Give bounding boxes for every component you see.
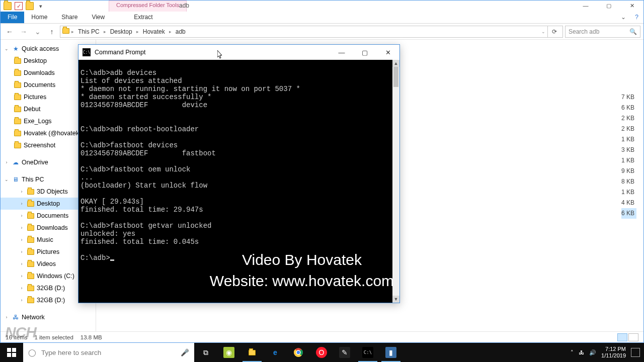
cmd-title-text: Command Prompt xyxy=(95,49,145,56)
qat-dropdown-icon[interactable]: ▾ xyxy=(37,2,45,10)
ribbon-collapse-icon[interactable]: ⌄ xyxy=(617,12,630,23)
taskbar-app-chrome[interactable] xyxy=(287,343,310,362)
qat-properties-icon[interactable]: ✓ xyxy=(15,2,23,10)
ribbon-extract[interactable]: Extract xyxy=(127,12,159,23)
breadcrumb-seg[interactable]: adb xyxy=(174,27,188,36)
tray-clock[interactable]: 7:12 PM 1/11/2019 xyxy=(601,346,626,359)
search-icon[interactable]: 🔍 xyxy=(629,28,637,35)
expand-icon[interactable]: › xyxy=(19,298,25,303)
folder-icon xyxy=(14,117,22,125)
close-button[interactable]: ✕ xyxy=(620,1,643,11)
file-size-cell[interactable]: 6 KB xyxy=(621,103,636,113)
breadcrumb-root-icon[interactable] xyxy=(62,28,69,35)
expand-icon[interactable]: › xyxy=(19,237,25,242)
qat-newfolder-icon[interactable] xyxy=(26,2,34,10)
sidebar-label: Network xyxy=(22,314,45,321)
folder-icon xyxy=(27,248,35,256)
folder-icon xyxy=(27,212,35,220)
breadcrumb-seg[interactable]: Hovatek xyxy=(141,27,167,36)
tray-expand-icon[interactable]: ˄ xyxy=(571,349,574,356)
tray-time: 7:12 PM xyxy=(601,346,626,352)
expand-icon[interactable]: › xyxy=(4,315,10,320)
taskbar-app-cmd[interactable]: C:\ xyxy=(356,343,379,362)
file-size-column: 7 KB6 KB2 KB2 KB1 KB3 KB1 KB9 KB8 KB1 KB… xyxy=(621,92,636,219)
collapse-icon[interactable]: ⌄ xyxy=(4,177,10,182)
sidebar-item-label: Downloads xyxy=(37,224,68,231)
scroll-up-icon[interactable]: ▲ xyxy=(392,60,399,67)
scroll-thumb[interactable] xyxy=(393,67,398,87)
expand-icon[interactable]: › xyxy=(19,213,25,218)
file-size-cell[interactable]: 6 KB xyxy=(621,208,636,219)
ribbon-file[interactable]: File xyxy=(1,12,24,23)
file-size-cell[interactable]: 8 KB xyxy=(621,176,636,187)
breadcrumb-history-dropdown[interactable]: ⌄ xyxy=(540,29,546,34)
file-size-cell[interactable]: 9 KB xyxy=(621,166,636,176)
expand-icon[interactable]: › xyxy=(19,225,25,230)
expand-icon[interactable]: › xyxy=(19,286,25,291)
view-large-icons-button[interactable] xyxy=(628,333,638,341)
nav-forward-button[interactable]: → xyxy=(18,26,30,38)
folder-icon xyxy=(14,81,22,89)
taskbar-app-opera[interactable]: O xyxy=(310,343,333,362)
file-size-cell[interactable]: 1 KB xyxy=(621,155,636,166)
minimize-button[interactable]: — xyxy=(574,1,597,11)
scroll-down-icon[interactable]: ▼ xyxy=(392,296,399,303)
expand-icon[interactable]: › xyxy=(19,261,25,266)
chevron-right-icon[interactable]: ▸ xyxy=(168,29,173,34)
start-button[interactable] xyxy=(0,343,23,362)
taskbar-app-notes[interactable]: ✎ xyxy=(333,343,356,362)
collapse-icon[interactable]: ⌄ xyxy=(4,46,10,51)
file-size-cell[interactable]: 1 KB xyxy=(621,187,636,198)
ribbon-help-icon[interactable]: ? xyxy=(630,12,643,23)
tray-volume-icon[interactable]: 🔊 xyxy=(589,349,596,356)
file-size-cell[interactable]: 7 KB xyxy=(621,92,636,103)
expand-icon[interactable]: › xyxy=(19,249,25,254)
sidebar-network[interactable]: › 🖧 Network xyxy=(1,311,96,323)
nav-back-button[interactable]: ← xyxy=(4,26,16,38)
taskbar-app-recorder[interactable]: ▮ xyxy=(379,343,403,362)
ribbon-view[interactable]: View xyxy=(85,12,112,23)
chevron-right-icon[interactable]: ▸ xyxy=(70,29,75,34)
expand-icon[interactable]: › xyxy=(19,201,25,206)
taskbar-app-android[interactable]: ◉ xyxy=(217,343,240,362)
expand-icon[interactable]: › xyxy=(19,274,25,279)
folder-icon xyxy=(14,129,22,137)
contextual-tab-compressed[interactable]: Compressed Folder Tools xyxy=(109,1,187,12)
command-prompt-window[interactable]: C:\ Command Prompt — ▢ ✕ C:\adb>adb devi… xyxy=(78,44,400,303)
ribbon-home[interactable]: Home xyxy=(24,12,54,23)
chevron-right-icon[interactable]: ▸ xyxy=(135,29,140,34)
breadcrumb[interactable]: ▸ This PC ▸ Desktop ▸ Hovatek ▸ adb ⌄ ⟳ xyxy=(60,26,563,38)
maximize-button[interactable]: ▢ xyxy=(597,1,620,11)
cmd-titlebar[interactable]: C:\ Command Prompt — ▢ ✕ xyxy=(78,45,399,60)
file-size-cell[interactable]: 1 KB xyxy=(621,134,636,145)
taskbar-app-edge[interactable]: e xyxy=(264,343,287,362)
breadcrumb-seg[interactable]: Desktop xyxy=(108,27,134,36)
ribbon-tabs: File Home Share View Extract ⌄ ? xyxy=(1,12,643,24)
explorer-titlebar[interactable]: ✓ ▾ Compressed Folder Tools adb — ▢ ✕ xyxy=(1,1,643,12)
tray-network-icon[interactable]: 🖧 xyxy=(579,349,584,355)
cmd-scrollbar[interactable]: ▲ ▼ xyxy=(392,60,399,303)
refresh-button[interactable]: ⟳ xyxy=(547,26,560,37)
action-center-icon[interactable] xyxy=(631,348,640,357)
file-size-cell[interactable]: 3 KB xyxy=(621,145,636,155)
task-view-button[interactable]: ⧉ xyxy=(194,343,217,362)
minimize-button[interactable]: — xyxy=(330,45,353,60)
taskbar-search[interactable]: ◯ Type here to search 🎤 xyxy=(23,343,194,362)
view-details-button[interactable] xyxy=(617,333,627,341)
expand-icon[interactable]: › xyxy=(19,189,25,194)
maximize-button[interactable]: ▢ xyxy=(353,45,376,60)
cmd-output[interactable]: C:\adb>adb devices List of devices attac… xyxy=(78,60,392,303)
nav-up-button[interactable]: ↑ xyxy=(46,26,58,38)
file-size-cell[interactable]: 2 KB xyxy=(621,124,636,134)
file-size-cell[interactable]: 2 KB xyxy=(621,113,636,124)
breadcrumb-seg[interactable]: This PC xyxy=(76,27,102,36)
nav-recent-dropdown[interactable]: ⌄ xyxy=(32,26,44,38)
file-size-cell[interactable]: 4 KB xyxy=(621,198,636,208)
search-input[interactable]: Search adb 🔍 xyxy=(565,26,640,38)
microphone-icon[interactable]: 🎤 xyxy=(181,348,189,356)
taskbar-app-explorer[interactable] xyxy=(240,343,264,362)
close-button[interactable]: ✕ xyxy=(376,45,399,60)
expand-icon[interactable]: › xyxy=(4,160,10,165)
ribbon-share[interactable]: Share xyxy=(54,12,85,23)
chevron-right-icon[interactable]: ▸ xyxy=(103,29,107,34)
